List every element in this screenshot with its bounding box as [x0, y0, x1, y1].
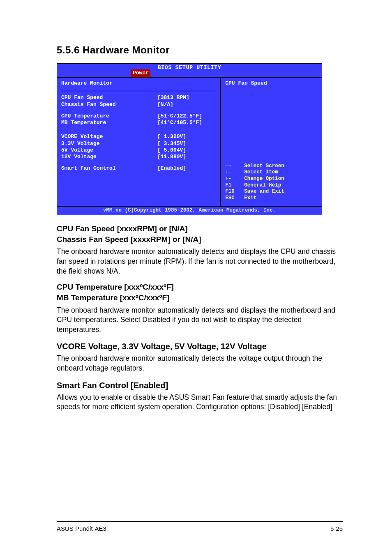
paragraph-voltage: The onboard hardware monitor automatical… — [57, 354, 343, 373]
heading-voltage: VCORE Voltage, 3.3V Voltage, 5V Voltage,… — [57, 342, 343, 351]
paragraph-fan-speed: The onboard hardware monitor automatical… — [57, 247, 343, 276]
bios-panel-title: Hardware Monitor — [61, 80, 216, 88]
nav-exit: ESCExit — [225, 195, 318, 202]
page-footer: ASUS Pundit-AE3 5-25 — [57, 521, 343, 532]
heading-temperature: CPU Temperature [xxxºC/xxxºF] MB Tempera… — [57, 282, 343, 303]
bios-row-5v: 5V Voltage [ 5.094V] — [61, 147, 216, 154]
bios-header: BIOS SETUP UTILITY Power — [57, 64, 322, 77]
bios-row-cpu-temp: CPU Temperature [51°C/122.5°F] — [61, 113, 216, 120]
footer-page-number: 5-25 — [330, 525, 343, 532]
section-heading: 5.5.6 Hardware Monitor — [57, 44, 343, 56]
nav-select-item: ↑↓Select Item — [225, 169, 318, 176]
bios-screenshot: BIOS SETUP UTILITY Power Hardware Monito… — [57, 63, 322, 215]
bios-row-smart-fan: Smart Fan Control [Enabled] — [61, 165, 216, 172]
bios-row-cpu-fan: CPU Fan Speed [3813 RPM] — [61, 94, 216, 101]
bios-copyright: vMM.nn (C)Copyright 1985-2002, American … — [57, 206, 322, 215]
bios-nav-help: ←→Select Screen ↑↓Select Item +-Change O… — [225, 163, 318, 202]
nav-select-screen: ←→Select Screen — [225, 163, 318, 170]
bios-row-vcore: VCORE Voltage [ 1.320V] — [61, 134, 216, 140]
bios-row-12v: 12V Voltage [11.880V] — [61, 154, 216, 160]
bios-title: BIOS SETUP UTILITY — [57, 64, 322, 71]
nav-change-option: +-Change Option — [225, 176, 318, 182]
bios-tab-power: Power — [131, 69, 150, 77]
nav-general-help: F1General Help — [225, 182, 318, 189]
heading-smart-fan: Smart Fan Control [Enabled] — [57, 381, 343, 390]
nav-save-exit: F10Save and Exit — [225, 189, 318, 195]
bios-left-panel: Hardware Monitor CPU Fan Speed [3813 RPM… — [57, 78, 221, 206]
bios-row-3v3: 3.3V Voltage [ 3.345V] — [61, 140, 216, 147]
bios-help-title: CPU Fan Speed — [225, 80, 318, 87]
bios-row-mb-temp: MB Temperature [41°C/105.5°F] — [61, 120, 216, 126]
bios-right-panel: CPU Fan Speed ←→Select Screen ↑↓Select I… — [221, 78, 322, 206]
heading-cpu-fan-speed: CPU Fan Speed [xxxxRPM] or [N/A] Chassis… — [57, 223, 343, 244]
bios-row-chassis-fan: Chassis Fan Speed [N/A] — [61, 101, 216, 108]
paragraph-smart-fan: Allows you to enable or disable the ASUS… — [57, 393, 343, 412]
footer-product: ASUS Pundit-AE3 — [57, 525, 106, 532]
paragraph-temperature: The onboard hardware monitor automatical… — [57, 306, 343, 335]
